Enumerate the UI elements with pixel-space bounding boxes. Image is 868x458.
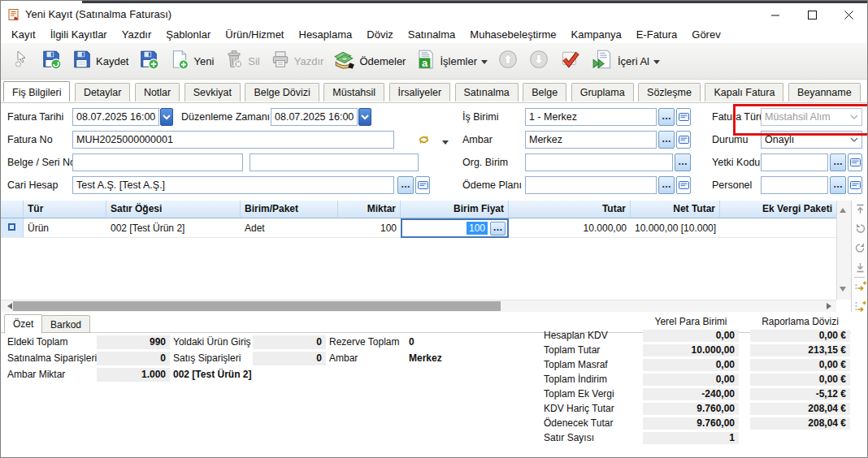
personel-editor-button[interactable] [848,176,862,194]
pointer-add-button[interactable] [7,48,35,74]
ambar-editor-button[interactable] [676,131,691,149]
yetki-kodu-lookup-button[interactable]: … [830,153,846,171]
tab-ozet[interactable]: Özet [4,314,42,334]
minimize-button[interactable] [757,3,794,28]
grid-cell-tutar[interactable]: 10.000,00 [509,218,631,238]
tab-sevkiyat[interactable]: Sevkiyat [184,83,241,102]
menu-yazdir[interactable]: Yazdır [115,27,159,42]
delete-button[interactable]: Sil [219,47,263,75]
tab-gruplama[interactable]: Gruplama [571,83,634,102]
save-refresh-button[interactable] [37,47,66,75]
save-button[interactable]: Kaydet [67,47,132,75]
yetki-kodu-field[interactable]: … [761,153,862,171]
maximize-button[interactable] [794,3,831,28]
new-button[interactable]: Yeni [165,47,218,75]
print-button[interactable]: Yazdır [266,47,328,75]
menu-kayit[interactable]: Kayıt [4,27,43,42]
grid-cell-ek-vergi-paketi[interactable] [720,218,836,238]
redo-row-button[interactable] [853,241,867,255]
grid-cell-birim-paket[interactable]: Adet [241,218,338,238]
import-button[interactable]: İçeri Al [588,47,664,75]
personel-lookup-button[interactable]: … [830,176,846,194]
tab-beyanname[interactable]: Beyanname [788,83,861,102]
grid-header-miktar[interactable]: Miktar [338,201,401,218]
fatura-no-input[interactable]: MUH2025000000001 [72,131,394,149]
menu-ilgili-kayitlar[interactable]: İlgili Kayıtlar [43,27,115,42]
menu-urun-hizmet[interactable]: Ürün/Hizmet [218,27,291,42]
close-button[interactable] [831,3,867,28]
yetki-kodu-editor-button[interactable] [848,153,862,171]
is-birimi-editor-button[interactable] [676,108,691,126]
undo-row-button[interactable] [853,222,867,235]
grid-vertical-scrollbar[interactable] [836,201,851,300]
odeme-plani-lookup-button[interactable]: … [658,176,675,194]
scroll-down-icon[interactable] [840,287,846,295]
grid-cell-satir-ogesi[interactable]: 002 [Test Ürün 2] [106,218,241,238]
number-refresh-icon[interactable] [417,133,431,149]
duzenleme-zamani-field[interactable]: 08.07.2025 16:00 [271,108,371,126]
menu-satinalma[interactable]: Satınalma [401,27,463,42]
grid-header-satir-ogesi[interactable]: Satır Öğesi [106,201,241,218]
save-new-button[interactable] [134,47,163,75]
tab-detaylar[interactable]: Detaylar [75,83,131,102]
tab-fis-bilgileri[interactable]: Fiş Bilgileri [3,81,70,102]
grid-header-net-tutar[interactable]: Net Tutar [631,201,720,218]
move-up-button[interactable] [493,47,523,75]
grid-header-birim-fiyat[interactable]: Birim Fiyat [401,201,509,218]
durumu-combo[interactable]: Onaylı [761,131,862,149]
birim-fiyat-edit-value[interactable]: 100 [467,222,488,235]
grid-cell-miktar[interactable]: 100 [338,218,401,238]
ambar-lookup-button[interactable]: … [658,131,675,149]
tab-satinalma[interactable]: Satınalma [455,83,519,102]
grid-row-selector[interactable] [1,218,24,238]
move-row-bottom-button[interactable] [853,261,867,274]
duzenleme-zamani-dropdown-icon[interactable] [358,108,371,126]
tab-barkod[interactable]: Barkod [41,315,90,333]
menu-sablonlar[interactable]: Şablonlar [158,27,218,42]
menu-muhasebelestirme[interactable]: Muhasebeleştirme [462,27,563,42]
menu-e-fatura[interactable]: E-Fatura [629,27,685,42]
fatura-no-dropdown-icon[interactable] [442,140,449,148]
cari-hesap-input[interactable]: Test A.Ş. [Test A.Ş.] [72,176,394,194]
grid-header-ek-vergi-paketi[interactable]: Ek Vergi Paketi [720,201,836,218]
tab-notlar[interactable]: Notlar [135,83,180,102]
payments-button[interactable]: Ödemeler [329,47,410,75]
move-down-button[interactable] [524,47,553,75]
operations-button[interactable]: a İşlemler [411,47,492,75]
tab-sozlesme[interactable]: Sözleşme [638,83,701,102]
grid-cell-tur[interactable]: Ürün [24,218,106,238]
tab-belge-dovizi[interactable]: Belge Dövizi [245,83,319,102]
tab-irsaliyeler[interactable]: İrsaliyeler [389,83,451,102]
belge-no-input[interactable] [72,153,243,171]
fatura-tarihi-field[interactable]: 08.07.2025 16:00 [72,108,173,126]
grid-header-birim-paket[interactable]: Birim/Paket [241,201,338,218]
menu-gorev[interactable]: Görev [684,27,727,42]
is-birimi-lookup-button[interactable]: … [658,108,675,126]
grid-header-tutar[interactable]: Tutar [509,201,631,218]
org-birim-field[interactable]: … [525,153,691,171]
personel-field[interactable]: … [761,176,862,194]
grid-header-tur[interactable]: Tür [24,201,106,218]
menu-kampanya[interactable]: Kampanya [564,27,629,42]
scroll-up-icon[interactable] [840,205,846,213]
odeme-plani-field[interactable]: … [525,176,691,194]
grid-cell-net-tutar[interactable]: 10.000,00 [10.000] [631,218,720,238]
menu-doviz[interactable]: Döviz [359,27,401,42]
cari-hesap-lookup-button[interactable]: … [397,176,414,194]
scroll-left-icon[interactable] [4,303,12,309]
tab-belge[interactable]: Belge [523,83,566,102]
horizontal-scroll-thumb[interactable] [13,301,501,311]
fatura-tarihi-dropdown-icon[interactable] [160,108,173,126]
insert-row-above-button[interactable] [853,280,867,294]
is-birimi-field[interactable]: 1 - Merkez … [525,108,691,126]
seri-no-input[interactable] [250,153,419,171]
ambar-field[interactable]: Merkez … [525,131,691,149]
tab-kapali-fatura[interactable]: Kapalı Fatura [705,83,783,102]
odeme-plani-editor-button[interactable] [676,176,691,194]
birim-fiyat-edit-cell[interactable]: 100 … [401,218,509,238]
tab-mustahsil[interactable]: Müstahsil [323,83,384,102]
scroll-right-icon[interactable] [827,303,835,309]
birim-fiyat-lookup-button[interactable]: … [490,222,506,235]
org-birim-lookup-button[interactable]: … [675,153,691,171]
approve-button[interactable] [555,47,586,75]
